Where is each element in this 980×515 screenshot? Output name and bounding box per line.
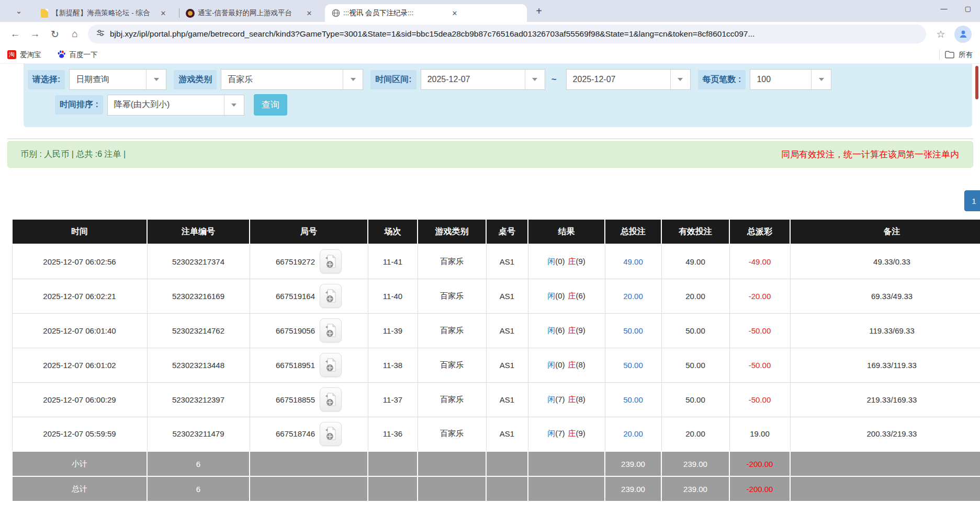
close-icon[interactable]: ✕ xyxy=(449,7,460,19)
round-id: 667519272 xyxy=(276,257,315,266)
video-record-button[interactable] xyxy=(320,387,342,411)
bet-id: 523023213448 xyxy=(172,361,224,370)
select-type-label: 请选择: xyxy=(28,70,65,89)
window-controls: — ▢ xyxy=(932,0,980,17)
new-tab-button[interactable]: + xyxy=(531,3,547,19)
chevron-down-icon xyxy=(224,95,244,115)
player-result: 闲 xyxy=(547,326,555,335)
game-type-select[interactable]: 百家乐 xyxy=(221,69,363,90)
total-label: 总计 xyxy=(72,484,87,493)
total-bet-link[interactable]: 50.00 xyxy=(623,361,643,370)
session: 11-38 xyxy=(383,361,402,370)
valid-bet: 20.00 xyxy=(685,292,705,301)
player-result: 闲 xyxy=(547,291,555,300)
page-size-label: 每页笔数 : xyxy=(698,70,746,89)
divider xyxy=(7,139,973,139)
query-type-select[interactable]: 日期查询 xyxy=(69,69,166,90)
round-id: 667518746 xyxy=(276,429,315,438)
bet-time: 2025-12-07 05:59:59 xyxy=(43,429,116,438)
table-no: AS1 xyxy=(500,395,514,404)
maximize-button[interactable]: ▢ xyxy=(956,0,980,17)
site-settings-icon[interactable] xyxy=(96,29,105,39)
subtotal-label: 小计 xyxy=(72,459,87,468)
payout-value: -50.00 xyxy=(749,326,771,335)
pagination-page-1[interactable]: 1 xyxy=(964,190,980,211)
total-bet-link[interactable]: 20.00 xyxy=(623,429,643,438)
coin-icon xyxy=(186,9,195,18)
bookmark-baidu[interactable]: 百度一下 xyxy=(57,50,98,60)
total-row: 总计 6 239.00 239.00 -200.00 xyxy=(12,476,980,501)
profile-avatar[interactable] xyxy=(954,26,972,43)
valid-bet: 20.00 xyxy=(685,429,705,438)
home-button[interactable]: ⌂ xyxy=(65,24,85,44)
date-to-select[interactable]: 2025-12-07 xyxy=(566,69,691,90)
session: 11-41 xyxy=(383,257,402,266)
search-button[interactable]: 查询 xyxy=(254,94,287,116)
col-total-bet: 总投注 xyxy=(605,219,661,244)
browser-window: ⌄ 【新提醒】海燕策略论坛 - 综合 ✕ 通宝-信誉最好的网上游戏平台 ✕ ::… xyxy=(0,0,980,515)
video-record-button[interactable] xyxy=(320,353,342,377)
total-bet-link[interactable]: 20.00 xyxy=(623,292,643,301)
payout-value: -50.00 xyxy=(749,361,771,370)
folder-icon xyxy=(945,51,954,59)
video-record-button[interactable] xyxy=(320,284,342,308)
round-id: 667519056 xyxy=(276,326,315,335)
table-row: 2025-12-07 06:01:40 523023214762 6675190… xyxy=(12,313,980,348)
minimize-button[interactable]: — xyxy=(932,0,956,17)
game-type: 百家乐 xyxy=(440,360,464,369)
back-button[interactable]: ← xyxy=(5,24,25,44)
total-total-bet: 239.00 xyxy=(621,485,645,494)
tab-search-icon[interactable]: ⌄ xyxy=(12,4,26,18)
col-bet-id: 注单编号 xyxy=(147,219,250,244)
chevron-down-icon xyxy=(343,70,363,89)
tab-tongbao[interactable]: 通宝-信誉最好的网上游戏平台 ✕ xyxy=(179,4,325,22)
valid-bet: 49.00 xyxy=(685,257,705,266)
forward-button[interactable]: → xyxy=(25,24,45,44)
total-count: 6 xyxy=(196,485,200,494)
bet-time: 2025-12-07 06:02:21 xyxy=(43,292,116,301)
scrollbar-thumb[interactable] xyxy=(975,66,978,99)
date-from-select[interactable]: 2025-12-07 xyxy=(421,69,545,90)
valid-bet: 50.00 xyxy=(685,395,705,404)
bookmark-star-icon[interactable]: ☆ xyxy=(931,25,950,43)
all-bookmarks-button[interactable]: 所有 xyxy=(945,50,973,60)
total-bet-link[interactable]: 50.00 xyxy=(623,395,643,404)
total-valid-bet: 239.00 xyxy=(683,485,707,494)
remark: 49.33/0.33 xyxy=(873,257,910,266)
close-icon[interactable]: ✕ xyxy=(157,7,169,19)
bet-id: 523023214762 xyxy=(172,326,224,335)
game-type: 百家乐 xyxy=(440,326,464,335)
tab-forum[interactable]: 【新提醒】海燕策略论坛 - 综合 ✕ xyxy=(33,4,179,22)
document-icon xyxy=(40,9,49,18)
table-no: AS1 xyxy=(500,326,514,335)
page-size-select[interactable]: 100 xyxy=(750,69,831,90)
address-bar[interactable]: bjbj.xyz/ipl/portal.php/game/betrecord_s… xyxy=(88,25,926,43)
video-record-button[interactable] xyxy=(320,422,342,446)
reload-button[interactable]: ↻ xyxy=(45,24,65,44)
round-id: 667518951 xyxy=(276,361,315,370)
col-session: 场次 xyxy=(368,219,418,244)
table-row: 2025-12-07 06:00:29 523023212397 6675188… xyxy=(12,382,980,417)
total-bet-link[interactable]: 49.00 xyxy=(623,257,643,266)
round-id: 667519164 xyxy=(276,292,315,301)
tab-title: 【新提醒】海燕策略论坛 - 综合 xyxy=(52,8,154,18)
subtotal-count: 6 xyxy=(196,460,200,468)
table-row: 2025-12-07 06:02:56 523023217374 6675192… xyxy=(12,244,980,279)
bookmark-taobao[interactable]: 淘 爱淘宝 xyxy=(7,50,41,60)
col-round-id: 局号 xyxy=(250,219,368,244)
close-icon[interactable]: ✕ xyxy=(303,7,315,19)
bet-time: 2025-12-07 06:00:29 xyxy=(43,395,116,404)
tab-bet-records-active[interactable]: :::视讯 会员下注纪录::: ✕ xyxy=(325,4,527,22)
sort-select[interactable]: 降幂(由大到小) xyxy=(107,95,244,116)
payout-value: -50.00 xyxy=(749,395,771,404)
banker-result: 庄 xyxy=(568,257,576,266)
valid-bet: 50.00 xyxy=(685,326,705,335)
summary-bar: 币别 : 人民币 | 总共 :6 注单 | 同局有效投注，统一计算在该局第一张注… xyxy=(7,141,973,168)
video-record-button[interactable] xyxy=(320,318,342,342)
total-bet-link[interactable]: 50.00 xyxy=(623,326,643,335)
page-content: 请选择: 日期查询 游戏类别 百家乐 时间区间: 2025-12-07 ~ 20 xyxy=(0,64,980,515)
subtotal-total-bet: 239.00 xyxy=(621,460,645,468)
payout-value: -200.00 xyxy=(747,485,773,494)
baidu-paw-icon xyxy=(57,50,66,60)
video-record-button[interactable] xyxy=(320,249,342,273)
